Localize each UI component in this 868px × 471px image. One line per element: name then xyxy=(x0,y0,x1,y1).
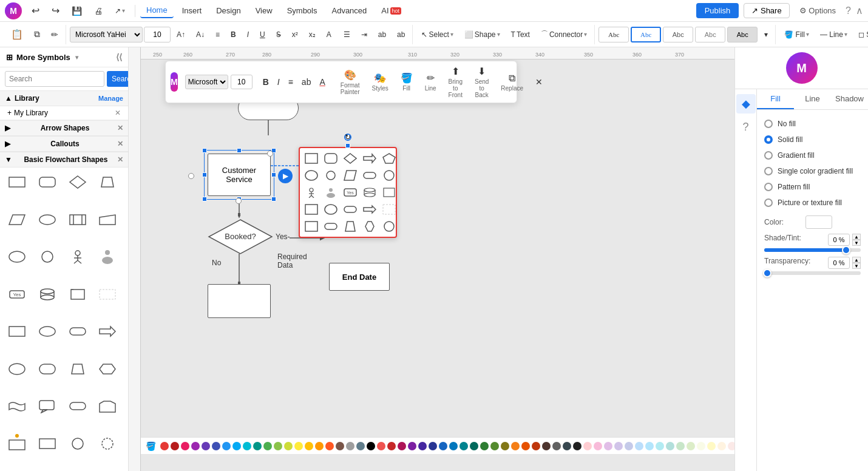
ft-font-select[interactable]: Microsoft xyxy=(185,75,228,89)
my-library-item[interactable]: + My Library ✕ xyxy=(0,106,128,120)
color-swatch-7[interactable] xyxy=(439,442,447,450)
decrease-font-btn[interactable]: A↓ xyxy=(191,28,209,41)
color-swatch-orange[interactable] xyxy=(315,442,324,450)
color-swatch-green[interactable] xyxy=(263,442,272,450)
color-swatch-brown[interactable] xyxy=(336,442,344,450)
style-swatch-5[interactable]: Abc xyxy=(727,27,758,42)
pattern-fill-option[interactable]: Pattern fill xyxy=(764,179,861,195)
color-swatch-19[interactable] xyxy=(563,442,571,450)
color-swatch-grey[interactable] xyxy=(346,442,354,450)
shape-dot[interactable] xyxy=(5,433,29,455)
collapse-sidebar-btn[interactable]: ⟨⟨ xyxy=(116,52,122,62)
color-swatch-r3-14[interactable] xyxy=(717,442,726,450)
text-btn[interactable]: T Text xyxy=(506,28,535,41)
sp-arrow2[interactable] xyxy=(361,202,379,217)
sp-s5[interactable] xyxy=(322,219,340,234)
sp-r4[interactable] xyxy=(302,202,320,217)
sp-trap5[interactable] xyxy=(341,219,359,234)
color-swatch-r3-9[interactable] xyxy=(666,442,674,450)
line-btn[interactable]: — Line ▾ xyxy=(815,28,852,41)
increase-font-btn[interactable]: A↑ xyxy=(172,28,190,41)
options-button[interactable]: ⚙ Options xyxy=(795,4,841,18)
ft-font-size[interactable] xyxy=(231,75,253,89)
sp-hex5[interactable] xyxy=(361,219,379,234)
strikethrough-btn[interactable]: S̶ xyxy=(271,28,286,41)
style-swatch-2[interactable]: Abc xyxy=(631,27,661,42)
manage-link[interactable]: Manage xyxy=(98,95,123,102)
menu-item-symbols[interactable]: Symbols xyxy=(281,4,324,18)
color-swatch-yellow[interactable] xyxy=(294,442,303,450)
redo-btn[interactable]: ↪ xyxy=(47,2,64,19)
color-swatch-r3-4[interactable] xyxy=(614,442,623,450)
close-icon[interactable]: ✕ xyxy=(117,124,123,132)
no-fill-radio[interactable] xyxy=(764,120,773,128)
shadow-btn[interactable]: ◻ Shadow ▾ xyxy=(853,28,868,41)
transparency-slider-thumb[interactable] xyxy=(763,269,771,277)
format-painter-btn[interactable]: 🎨 Format Painter xyxy=(336,67,365,97)
menu-item-design[interactable]: Design xyxy=(210,4,246,18)
sp-c5[interactable] xyxy=(380,219,398,234)
shape-rounded-rect[interactable] xyxy=(35,171,59,193)
transparency-up-btn[interactable]: ▲ xyxy=(852,257,861,263)
color-picker-swatch[interactable] xyxy=(805,215,832,229)
canvas-content[interactable]: M Microsoft B I ≡ ab A 🎨 Format Painter xyxy=(141,59,734,447)
sp-circle[interactable] xyxy=(322,168,340,183)
sp-arrow-r[interactable] xyxy=(361,151,379,166)
shape-trapezoid[interactable] xyxy=(95,171,120,193)
sp-rect[interactable] xyxy=(302,151,320,166)
color-swatch-lime[interactable] xyxy=(284,442,293,450)
style-more-btn[interactable]: ▾ xyxy=(759,28,773,41)
menu-item-ai[interactable]: AI hot xyxy=(375,4,407,18)
shape-process[interactable] xyxy=(66,209,90,231)
collapse-icon[interactable]: ∧ xyxy=(856,5,863,16)
color-swatch-cyan[interactable] xyxy=(243,442,251,450)
shape-manual-input[interactable] xyxy=(95,209,120,231)
color-swatch-r3-5[interactable] xyxy=(625,442,633,450)
color-swatch-blue[interactable] xyxy=(222,442,231,450)
shape-rectangle[interactable] xyxy=(5,171,29,193)
color-swatch-red[interactable] xyxy=(160,442,169,450)
share-button[interactable]: ↗ Share xyxy=(744,3,789,18)
shade-slider-track[interactable] xyxy=(764,248,861,252)
shape-speech[interactable] xyxy=(35,395,59,417)
undo-btn[interactable]: ↩ xyxy=(27,2,44,19)
menu-item-advanced[interactable]: Advanced xyxy=(325,4,373,18)
shape-circle2[interactable] xyxy=(66,433,90,455)
bold-btn[interactable]: B xyxy=(226,28,241,41)
shape-diamond[interactable] xyxy=(66,171,90,193)
italic-btn[interactable]: I xyxy=(242,28,254,41)
color-swatch-4[interactable] xyxy=(408,442,416,450)
transparency-slider-track[interactable] xyxy=(764,271,861,275)
sp-rounded2[interactable] xyxy=(341,202,359,217)
shape-oval[interactable] xyxy=(5,246,29,268)
color-swatch-r3-1[interactable] xyxy=(583,442,592,450)
shade-down-btn[interactable]: ▼ xyxy=(852,240,861,246)
shape-blank[interactable] xyxy=(95,283,120,305)
ft-collapse-btn[interactable]: ✕ xyxy=(531,75,548,89)
align-btn[interactable]: ≡ xyxy=(211,28,225,41)
sp-cylinder[interactable] xyxy=(361,185,379,200)
underline-btn[interactable]: U xyxy=(255,28,270,41)
superscript-btn[interactable]: x² xyxy=(287,28,303,41)
solid-fill-option[interactable]: Solid fill xyxy=(764,132,861,147)
ft-fontcolor-btn[interactable]: A xyxy=(316,76,328,88)
shape-r3[interactable] xyxy=(35,433,59,455)
sp-e4[interactable] xyxy=(322,202,340,217)
font-size-input[interactable] xyxy=(144,27,171,42)
shape-r2[interactable] xyxy=(5,320,29,342)
sp-hexagon[interactable] xyxy=(380,168,398,183)
close-icon[interactable]: ✕ xyxy=(115,109,121,117)
color-swatch-5[interactable] xyxy=(418,442,427,450)
font-color-btn[interactable]: A xyxy=(322,28,337,41)
shape-c4[interactable] xyxy=(95,358,120,380)
color-swatch-6[interactable] xyxy=(429,442,437,450)
color-swatch-17[interactable] xyxy=(542,442,551,450)
shape-picker-popup[interactable]: ↻ Yes xyxy=(299,147,397,238)
shape-dotted-circle[interactable] xyxy=(95,433,120,455)
fc-customer-service[interactable]: Customer Service xyxy=(208,154,271,196)
sp-stadium[interactable] xyxy=(361,168,379,183)
gradient-fill-option[interactable]: Gradient fill xyxy=(764,147,861,163)
color-swatch-r3-13[interactable] xyxy=(707,442,716,450)
sp-oval[interactable] xyxy=(302,168,320,183)
shape-arrow[interactable] xyxy=(95,320,120,342)
